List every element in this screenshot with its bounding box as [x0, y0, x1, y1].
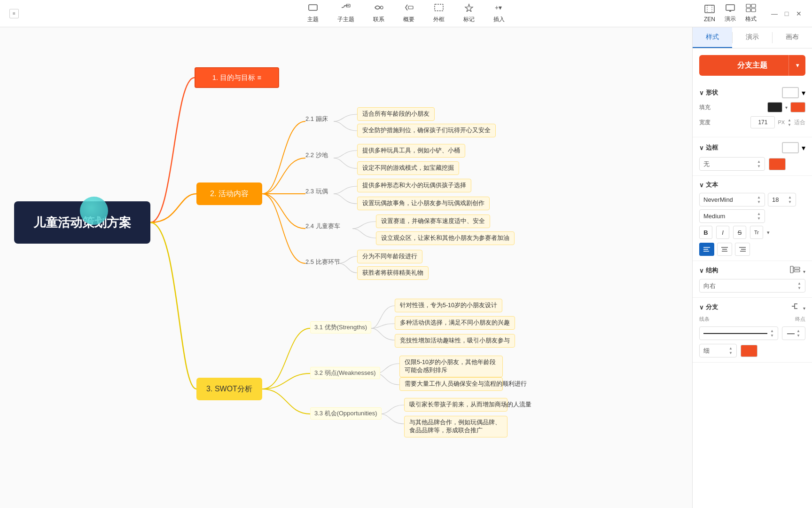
leaf-3-2-1: 仅限5-10岁的小朋友，其他年龄段可能会感到排斥	[399, 356, 503, 377]
fill-label: 填充	[699, 103, 716, 111]
toolbar-subtopic[interactable]: 子主题	[337, 3, 354, 24]
bold-button[interactable]: B	[699, 226, 712, 239]
text-section: ∨ 文本 NeverMind ▲ ▼ 18 ▲ ▼	[693, 176, 812, 261]
leaf-2-1-2: 安全防护措施到位，确保孩子们玩得开心又安全	[357, 124, 496, 137]
text-style-button[interactable]: Tr	[750, 226, 763, 239]
width-stepper[interactable]: ▲ ▼	[788, 118, 791, 127]
leaf-3-1-2: 多种活动供选择，满足不同小朋友的兴趣	[395, 316, 515, 330]
leaf-2-5-2: 获胜者将获得精美礼物	[357, 266, 429, 280]
fill-swatch-red[interactable]	[790, 102, 805, 112]
window-controls: — □ ✕	[771, 10, 803, 17]
border-preview	[782, 142, 799, 153]
font-size-stepper[interactable]: ▲ ▼	[788, 195, 792, 204]
subtopic-icon	[341, 3, 351, 14]
fill-swatch-dropdown[interactable]: ▾	[785, 105, 788, 110]
toolbar-summary[interactable]: 概要	[403, 3, 414, 24]
toolbar-zen[interactable]: ZEN	[704, 5, 715, 23]
tab-present[interactable]: 演示	[733, 27, 772, 48]
font-weight-select[interactable]: Medium ▲ ▼	[699, 209, 765, 223]
toolbar-format[interactable]: 格式	[745, 4, 757, 23]
minimize-button[interactable]: —	[771, 10, 778, 17]
align-left-button[interactable]	[699, 243, 714, 256]
border-color-swatch[interactable]	[769, 158, 786, 170]
frame-label: 外框	[433, 16, 445, 24]
app-icon: ≡	[9, 9, 19, 18]
strikethrough-button[interactable]: S	[733, 226, 746, 239]
summary-label: 概要	[403, 16, 414, 24]
text-style-dropdown[interactable]: ▾	[767, 230, 770, 236]
font-stepper[interactable]: ▲ ▼	[757, 195, 761, 204]
branch-theme-dropdown[interactable]: ▾	[789, 55, 805, 76]
endpoint-stepper[interactable]: ▲ ▼	[796, 329, 800, 338]
align-center-button[interactable]	[717, 243, 732, 256]
structure-dropdown[interactable]: ▾	[803, 269, 805, 274]
toolbar: ≡ 主题 子主题 联系 概要 外框 标记	[0, 0, 812, 27]
node-2[interactable]: 2. 活动内容	[196, 183, 262, 205]
line-select[interactable]: ▲ ▼	[699, 326, 778, 340]
branch-dropdown[interactable]: ▾	[803, 306, 805, 311]
toolbar-right: ZEN 演示 格式 — □ ✕	[704, 0, 803, 27]
border-select[interactable]: 无 ▲ ▼	[699, 157, 765, 171]
leaf-3-3-1: 吸引家长带孩子前来，从而增加商场的人流量	[404, 398, 508, 412]
line-width-select[interactable]: 细 ▲ ▼	[699, 344, 737, 357]
zen-icon	[704, 5, 715, 15]
summary-icon	[404, 3, 414, 14]
node-3[interactable]: 3. SWOT分析	[196, 378, 262, 400]
structure-header: ∨ 结构 ▾	[699, 266, 805, 275]
branch-width-row: 细 ▲ ▼	[699, 344, 805, 357]
shape-dropdown-arrow[interactable]: ▾	[802, 88, 805, 97]
text-title: ∨ 文本	[699, 181, 718, 189]
structure-select[interactable]: 向右 ▲ ▼	[699, 279, 805, 293]
svg-rect-8	[746, 4, 750, 8]
toolbar-present[interactable]: 演示	[725, 4, 736, 23]
toolbar-left: ≡	[9, 0, 19, 27]
border-controls[interactable]: ▾	[782, 142, 805, 153]
toolbar-topic[interactable]: 主题	[307, 3, 319, 24]
branch-theme-button[interactable]: 分支主题 ▾	[699, 55, 805, 76]
font-size-select[interactable]: 18 ▲ ▼	[768, 193, 796, 206]
present-icon	[725, 4, 735, 14]
svg-rect-7	[726, 5, 734, 10]
tab-style[interactable]: 样式	[693, 27, 732, 48]
main-area: 儿童活动策划方案 1. 目的与目标 ≡ 2. 活动内容 2.1 蹦床 适合所有年…	[0, 27, 812, 508]
border-stepper[interactable]: ▲ ▼	[757, 159, 761, 168]
toolbar-link[interactable]: 联系	[373, 3, 384, 24]
subnode-2-3: 2.3 玩偶	[305, 187, 328, 196]
leaf-3-2-2: 需要大量工作人员确保安全与流程的顺利进行	[399, 377, 503, 391]
width-input[interactable]: 171	[750, 116, 775, 128]
fit-button[interactable]: 适合	[794, 119, 805, 127]
shape-controls[interactable]: ▾	[782, 87, 805, 98]
svg-rect-9	[751, 4, 756, 8]
structure-stepper[interactable]: ▲ ▼	[797, 281, 801, 290]
toolbar-insert[interactable]: +▾ 插入	[493, 3, 505, 24]
font-select[interactable]: NeverMind ▲ ▼	[699, 193, 765, 206]
subnode-2-1: 2.1 蹦床	[305, 115, 328, 123]
svg-marker-4	[465, 4, 473, 12]
node-1[interactable]: 1. 目的与目标 ≡	[195, 67, 279, 88]
toolbar-mark[interactable]: 标记	[463, 3, 475, 24]
mark-label: 标记	[463, 16, 475, 24]
close-button[interactable]: ✕	[795, 10, 803, 17]
tab-canvas[interactable]: 画布	[773, 27, 812, 48]
fill-row: 填充 ▾	[699, 102, 805, 112]
shape-header: ∨ 形状 ▾	[699, 87, 805, 98]
canvas[interactable]: 儿童活动策划方案 1. 目的与目标 ≡ 2. 活动内容 2.1 蹦床 适合所有年…	[0, 27, 692, 508]
italic-button[interactable]: I	[716, 226, 729, 239]
align-right-button[interactable]	[735, 243, 750, 256]
align-row	[699, 243, 805, 256]
shape-title: ∨ 形状	[699, 88, 718, 97]
subnode-3-1: 3.1 优势(Strengths)	[310, 321, 371, 333]
branch-color-swatch[interactable]	[741, 345, 757, 357]
svg-rect-3	[435, 4, 443, 11]
font-weight-stepper[interactable]: ▲ ▼	[757, 212, 761, 221]
maximize-button[interactable]: □	[783, 10, 790, 17]
fill-swatch-black[interactable]	[767, 102, 782, 112]
line-stepper[interactable]: ▲ ▼	[770, 329, 774, 338]
leaf-2-5-1: 分为不同年龄段进行	[357, 250, 422, 263]
leaf-3-1-3: 竞技性增加活动趣味性，吸引小朋友参与	[395, 334, 515, 348]
toolbar-frame[interactable]: 外框	[433, 3, 445, 24]
line-width-stepper[interactable]: ▲ ▼	[729, 346, 733, 355]
endpoint-select[interactable]: — ▲ ▼	[782, 326, 805, 340]
endpoint-label: 终点	[795, 316, 805, 323]
border-dropdown-arrow[interactable]: ▾	[802, 143, 805, 152]
